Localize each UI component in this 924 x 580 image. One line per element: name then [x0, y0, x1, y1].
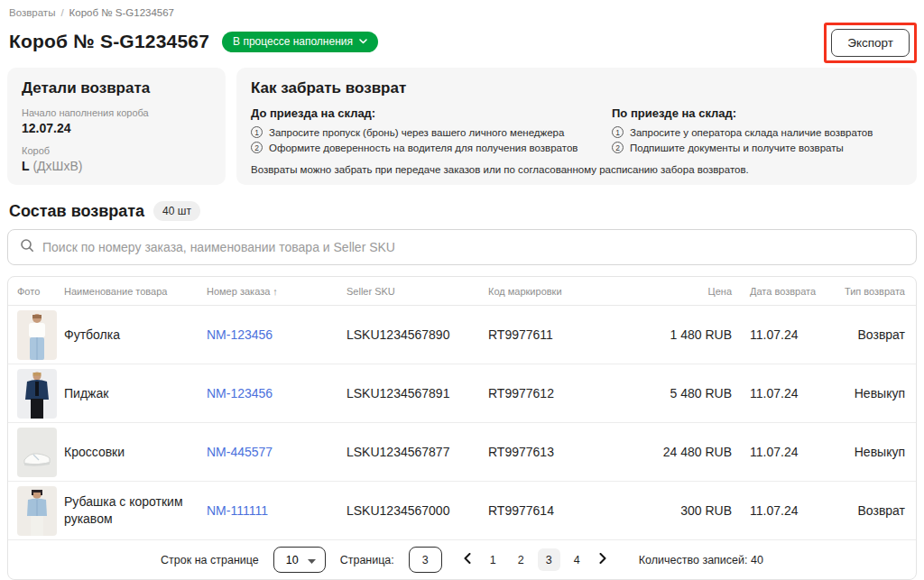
step-2-circle-icon: 2 [612, 142, 624, 153]
info-cards: Детали возврата Начало наполнения короба… [7, 68, 917, 185]
column-header-name[interactable]: Наименование товара [64, 286, 207, 297]
rows-per-page-value: 10 [286, 554, 299, 566]
items-count-badge: 40 шт [153, 201, 200, 221]
return-type: Возврат [842, 503, 916, 518]
pickup-step-text: Подпишите документы и получите возвраты [630, 143, 844, 153]
product-name: Кроссовки [64, 444, 207, 461]
next-page-button[interactable] [594, 549, 612, 570]
price: 300 RUB [633, 503, 732, 518]
pickup-instructions-card: Как забрать возврат До приезда на склад:… [236, 68, 917, 185]
order-number-link[interactable]: NM-111111 [207, 503, 268, 518]
column-header-order[interactable]: Номер заказа ↑ [207, 286, 346, 297]
step-1-circle-icon: 1 [612, 126, 624, 138]
chevron-left-icon [464, 553, 471, 566]
return-date: 11.07.24 [732, 445, 842, 459]
rows-per-page-label: Строк на странице [161, 554, 259, 566]
return-date: 11.07.24 [732, 327, 842, 342]
field-label-fill-start: Начало наполнения короба [22, 107, 211, 118]
marking-code: RT9977611 [488, 327, 633, 342]
export-highlight-box: Экспорт [824, 23, 917, 63]
column-header-marking[interactable]: Код маркировки [488, 286, 633, 297]
step-2-circle-icon: 2 [251, 142, 263, 153]
chevron-down-icon [359, 39, 367, 44]
field-value-box: L (ДхШхВ) [22, 159, 211, 173]
seller-sku: LSKU1234567891 [346, 386, 488, 400]
breadcrumb-returns[interactable]: Возвраты [9, 7, 55, 18]
pickup-step: 1 Запросите у оператора склада наличие в… [612, 126, 902, 138]
search-input[interactable] [42, 240, 904, 254]
composition-header: Состав возврата 40 шт [7, 200, 917, 222]
total-records-label: Количество записей: 40 [639, 554, 763, 566]
seller-sku: LSKU1234567877 [346, 445, 488, 459]
price: 1 480 RUB [633, 327, 732, 342]
product-photo-tshirt [17, 310, 57, 360]
product-name: Футболка [64, 327, 207, 344]
composition-title: Состав возврата [9, 202, 144, 221]
pickup-col2-heading: По приезде на склад: [612, 106, 902, 120]
column-header-date[interactable]: Дата возврата [732, 286, 842, 297]
pickup-before-arrival-column: До приезда на склад: 1 Запросите пропуск… [251, 106, 612, 153]
seller-sku: LSKU1234567000 [346, 503, 488, 518]
table-row: Кроссовки NM-445577 LSKU1234567877 RT997… [8, 423, 916, 482]
product-name: Пиджак [64, 385, 207, 402]
rows-per-page-select[interactable]: 10 [273, 547, 326, 573]
order-number-link[interactable]: NM-445577 [207, 445, 273, 459]
returns-table: Фото Наименование товара Номер заказа ↑ … [7, 276, 917, 580]
product-photo-shirt [17, 486, 57, 536]
pagination-bar: Строк на странице 10 Страница: 1 2 3 4 К… [8, 540, 916, 579]
search-box[interactable] [7, 229, 917, 265]
breadcrumb: Возвраты / Короб № S-G1234567 [7, 6, 917, 19]
table-row: Рубашка с коротким рукавом NM-111111 LSK… [8, 482, 916, 540]
order-number-link[interactable]: NM-123456 [207, 327, 273, 342]
order-number-link[interactable]: NM-123456 [207, 386, 273, 400]
pickup-step: 1 Запросите пропуск (бронь) через вашего… [251, 126, 612, 138]
column-header-price[interactable]: Цена [633, 286, 732, 297]
table-header-row: Фото Наименование товара Номер заказа ↑ … [8, 277, 916, 306]
page-number-input[interactable] [409, 547, 442, 573]
pickup-step: 2 Оформите доверенность на водителя для … [251, 142, 612, 153]
column-header-type[interactable]: Тип возврата [842, 286, 916, 297]
status-badge-dropdown[interactable]: В процессе наполнения [222, 32, 378, 52]
price: 24 480 RUB [633, 445, 732, 459]
previous-page-button[interactable] [458, 549, 476, 570]
pickup-on-arrival-column: По приезде на склад: 1 Запросите у опера… [612, 106, 902, 153]
breadcrumb-current-box: Короб № S-G1234567 [69, 7, 174, 18]
chevron-right-icon [599, 553, 606, 566]
product-photo-blazer [17, 369, 57, 419]
step-1-circle-icon: 1 [251, 126, 263, 138]
marking-code: RT9977614 [488, 503, 633, 518]
page-title: Короб № S-G1234567 [9, 31, 209, 52]
sort-ascending-icon: ↑ [273, 286, 278, 297]
return-date: 11.07.24 [732, 386, 842, 400]
product-photo-sneakers [17, 428, 57, 477]
marking-code: RT9977612 [488, 386, 633, 400]
returns-box-page: Возвраты / Короб № S-G1234567 Короб № S-… [0, 0, 924, 580]
details-card-title: Детали возврата [22, 79, 211, 97]
return-details-card: Детали возврата Начало наполнения короба… [7, 68, 226, 185]
page-number-4[interactable]: 4 [566, 548, 588, 571]
page-label: Страница: [340, 554, 394, 566]
pickup-step-text: Запросите у оператора склада наличие воз… [630, 127, 873, 138]
product-name: Рубашка с коротким рукавом [64, 493, 207, 528]
return-type: Возврат [842, 327, 916, 342]
return-type: Невыкуп [842, 445, 916, 459]
page-navigator: 1 2 3 4 [458, 548, 612, 571]
page-number-3-current[interactable]: 3 [538, 548, 560, 571]
status-badge-label: В процессе наполнения [233, 35, 353, 48]
field-label-box: Короб [22, 145, 211, 156]
page-number-1[interactable]: 1 [482, 548, 504, 571]
export-button[interactable]: Экспорт [831, 29, 910, 57]
table-row: Пиджак NM-123456 LSKU1234567891 RT997761… [8, 364, 916, 423]
breadcrumb-separator: / [60, 7, 63, 18]
marking-code: RT9977613 [488, 445, 633, 459]
box-dimensions-suffix: (ДхШхВ) [30, 159, 83, 173]
column-header-sku[interactable]: Seller SKU [346, 286, 488, 297]
search-icon [20, 238, 34, 256]
pickup-step-text: Оформите доверенность на водителя для по… [269, 143, 578, 153]
field-value-fill-start: 12.07.24 [22, 121, 211, 135]
pickup-step-text: Запросите пропуск (бронь) через вашего л… [269, 127, 564, 138]
pickup-step: 2 Подпишите документы и получите возврат… [612, 142, 902, 153]
page-number-2[interactable]: 2 [510, 548, 532, 571]
pickup-col1-heading: До приезда на склад: [251, 106, 612, 120]
seller-sku: LSKU1234567890 [346, 327, 488, 342]
